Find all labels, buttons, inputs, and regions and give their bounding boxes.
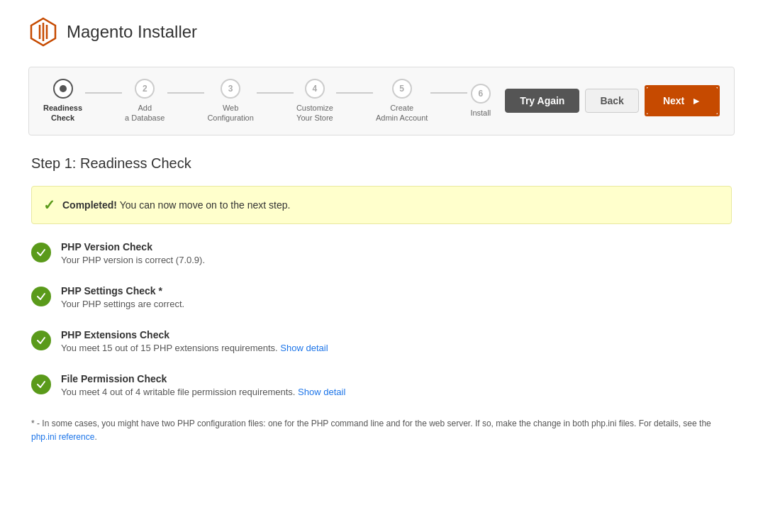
step-1-label: ReadinessCheck xyxy=(43,103,82,123)
file-permission-check-icon xyxy=(31,375,51,394)
php-settings-check-title: PHP Settings Check * xyxy=(61,285,184,297)
step-1: ReadinessCheck xyxy=(43,79,82,123)
completed-checkmark-icon: ✓ xyxy=(43,196,55,214)
step-2: 2 Adda Database xyxy=(125,79,165,123)
connector-3-4 xyxy=(257,92,294,94)
footnote: * - In some cases, you might have two PH… xyxy=(31,417,732,444)
check-item-php-settings: PHP Settings Check * Your PHP settings a… xyxy=(31,285,732,309)
magento-logo xyxy=(28,17,58,47)
next-button[interactable]: Next ► xyxy=(648,89,716,113)
completed-alert-text: Completed! You can now move on to the ne… xyxy=(62,199,290,211)
php-extensions-check-content: PHP Extensions Check You meet 15 out of … xyxy=(61,329,328,353)
file-permission-show-detail-link[interactable]: Show detail xyxy=(298,387,345,397)
php-version-check-title: PHP Version Check xyxy=(61,241,205,253)
check-item-php-extensions: PHP Extensions Check You meet 15 out of … xyxy=(31,329,732,353)
connector-1-2 xyxy=(85,92,122,94)
step-2-label: Adda Database xyxy=(125,103,165,123)
connector-2-3 xyxy=(167,92,204,94)
step-4-circle: 4 xyxy=(305,79,325,99)
php-settings-check-content: PHP Settings Check * Your PHP settings a… xyxy=(61,285,184,309)
step-5: 5 CreateAdmin Account xyxy=(376,79,428,123)
check-item-file-permission: File Permission Check You meet 4 out of … xyxy=(31,373,732,397)
file-permission-check-content: File Permission Check You meet 4 out of … xyxy=(61,373,345,397)
step-3: 3 WebConfiguration xyxy=(207,79,253,123)
completed-message: You can now move on to the next step. xyxy=(117,199,290,211)
php-settings-check-desc: Your PHP settings are correct. xyxy=(61,299,184,309)
content-area: Step 1: Readiness Check ✓ Completed! You… xyxy=(28,155,735,444)
completed-bold: Completed! xyxy=(62,199,117,211)
step-title: Step 1: Readiness Check xyxy=(31,155,732,172)
step-6: 6 Install xyxy=(470,84,491,118)
php-extensions-check-title: PHP Extensions Check xyxy=(61,329,328,340)
next-button-wrapper: Next ► xyxy=(645,85,720,116)
completed-alert: ✓ Completed! You can now move on to the … xyxy=(31,186,732,224)
php-extensions-show-detail-link[interactable]: Show detail xyxy=(280,343,328,353)
phpini-reference-link[interactable]: php.ini reference xyxy=(31,432,94,442)
step-4-label: CustomizeYour Store xyxy=(296,103,333,123)
back-button[interactable]: Back xyxy=(585,89,638,113)
php-extensions-check-icon xyxy=(31,331,51,350)
connector-5-6 xyxy=(430,92,467,94)
wizard-bar: ReadinessCheck 2 Adda Database 3 WebConf… xyxy=(28,67,735,135)
wizard-buttons: Try Again Back Next ► xyxy=(505,85,720,116)
next-arrow-icon: ► xyxy=(691,95,701,106)
step-3-label: WebConfiguration xyxy=(207,103,253,123)
php-version-check-content: PHP Version Check Your PHP version is co… xyxy=(61,241,205,265)
step-5-label: CreateAdmin Account xyxy=(376,103,428,123)
step-2-circle: 2 xyxy=(135,79,155,99)
app-title: Magento Installer xyxy=(67,22,197,42)
php-version-check-icon xyxy=(31,243,51,262)
php-settings-check-icon xyxy=(31,287,51,306)
php-version-check-desc: Your PHP version is correct (7.0.9). xyxy=(61,255,205,265)
php-extensions-check-desc: You meet 15 out of 15 PHP extensions req… xyxy=(61,343,328,353)
file-permission-check-title: File Permission Check xyxy=(61,373,345,384)
file-permission-check-desc: You meet 4 out of 4 writable file permis… xyxy=(61,387,345,397)
step-5-circle: 5 xyxy=(392,79,412,99)
connector-4-5 xyxy=(336,92,373,94)
check-item-php-version: PHP Version Check Your PHP version is co… xyxy=(31,241,732,265)
step-4: 4 CustomizeYour Store xyxy=(296,79,333,123)
step-6-label: Install xyxy=(470,108,491,118)
step-3-circle: 3 xyxy=(221,79,240,99)
step-1-circle xyxy=(53,79,73,99)
step-6-circle: 6 xyxy=(471,84,491,104)
try-again-button[interactable]: Try Again xyxy=(505,89,579,113)
steps-container: ReadinessCheck 2 Adda Database 3 WebConf… xyxy=(43,79,491,123)
